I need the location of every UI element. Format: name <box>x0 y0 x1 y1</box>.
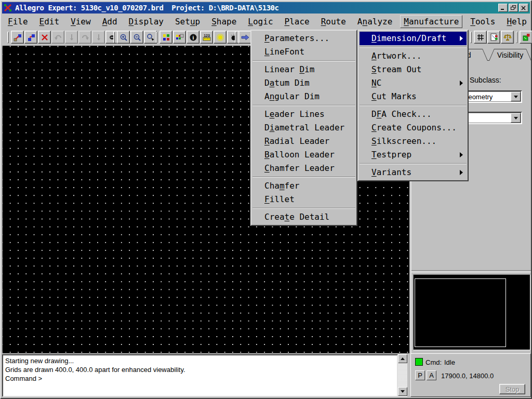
mnemonic-underline: n <box>363 17 368 26</box>
blue-arrow-icon <box>241 33 250 42</box>
toolbar-group <box>235 31 252 44</box>
menu-route[interactable]: Route <box>317 15 350 28</box>
mnemonic-underline: m <box>280 181 285 191</box>
tab-visibility-label: Visibility <box>489 49 531 61</box>
submenu-item-datum-dim[interactable]: Datum Dim <box>252 76 355 90</box>
menu-setup[interactable]: Setup <box>171 15 204 28</box>
submenu-item-diametral-leader[interactable]: Diametral Leader <box>252 121 355 135</box>
toolbar-gripper[interactable] <box>7 32 9 43</box>
scroll-down-button[interactable] <box>398 387 407 396</box>
menu-item-silkscreen[interactable]: Silkscreen... <box>360 135 467 148</box>
color-priority-button[interactable] <box>173 31 186 44</box>
submenu-item-chamfer-leader[interactable]: Chamfer Leader <box>252 162 355 175</box>
submenu-item-create-detail[interactable]: Create Detail <box>252 210 355 224</box>
pick-button[interactable]: P <box>415 370 425 380</box>
submenu-item-parameters[interactable]: Parameters... <box>252 32 355 45</box>
artwork-check-button[interactable] <box>487 31 500 44</box>
zoom-out-button[interactable] <box>130 31 143 44</box>
menu-analyze[interactable]: Analyze <box>354 15 396 28</box>
toolbar-gripper[interactable] <box>113 32 115 43</box>
menu-file[interactable]: File <box>4 15 32 28</box>
color-layers-icon <box>176 33 184 42</box>
absolute-button[interactable]: A <box>427 370 436 380</box>
place-replace-button[interactable] <box>11 31 24 44</box>
mnemonic-underline: C <box>371 123 377 132</box>
menu-logic[interactable]: Logic <box>244 15 276 28</box>
submenu-item-angular-dim[interactable]: Angular Dim <box>252 90 355 103</box>
titlebar[interactable]: Allegro Expert: 5130c_v10_070207.brd Pro… <box>2 2 530 14</box>
menu-separator <box>252 208 355 209</box>
mnemonic-underline: E <box>39 17 45 26</box>
mnemonic-underline: P <box>264 33 270 43</box>
element-info-button[interactable]: i <box>187 31 200 44</box>
menu-separator <box>252 105 355 106</box>
menu-edit[interactable]: Edit <box>36 15 63 28</box>
minimize-button[interactable] <box>498 4 508 12</box>
measure-button[interactable]: 123 <box>200 31 213 44</box>
mnemonic-underline: S <box>371 64 377 74</box>
command-console[interactable]: Starting new drawing... Grids are drawn … <box>2 354 398 397</box>
menu-item-stream-out[interactable]: Stream Out <box>360 63 467 76</box>
console-line: Starting new drawing... <box>5 356 395 365</box>
delete-button[interactable] <box>38 31 51 44</box>
mnemonic-underline: M <box>404 17 409 26</box>
world-view[interactable] <box>413 274 530 350</box>
shadow-mode-button[interactable] <box>214 31 227 44</box>
status-panel: Cmd: Idle P A 17900.0, 14800.0 Stop <box>410 353 531 397</box>
mnemonic-underline: a <box>270 78 275 88</box>
mnemonic-underline: t <box>285 212 290 222</box>
menu-item-nc[interactable]: NC <box>360 76 467 90</box>
submenu-item-balloon-leader[interactable]: Balloon Leader <box>252 148 355 162</box>
place-swap-button[interactable] <box>24 31 37 44</box>
menu-item-testprep[interactable]: Testprep <box>360 148 467 162</box>
color-palette-icon <box>162 33 170 42</box>
mnemonic-underline: R <box>321 17 326 26</box>
toolbar-gripper[interactable] <box>235 32 236 43</box>
menu-display[interactable]: Display <box>125 15 167 28</box>
menu-tools[interactable]: Tools <box>467 15 499 28</box>
submenu-item-radial-leader[interactable]: Radial Leader <box>252 135 355 148</box>
toolbar-gripper[interactable] <box>516 32 517 43</box>
submenu-item-fillet[interactable]: Fillet <box>252 193 355 206</box>
mnemonic-underline: T <box>371 150 377 159</box>
cmd-label: Cmd: <box>425 358 442 366</box>
swap-layers-button[interactable] <box>238 31 251 44</box>
menu-item-variants[interactable]: Variants <box>360 166 467 179</box>
toolbar-gripper[interactable] <box>156 32 157 43</box>
subclass-dropdown-button[interactable] <box>511 92 521 101</box>
undo-button <box>51 31 64 44</box>
cursor-coordinates: 17900.0, 14800.0 <box>441 372 494 380</box>
menu-help[interactable]: Help <box>503 15 530 28</box>
menu-place[interactable]: Place <box>281 15 313 28</box>
submenu-item-leader-lines[interactable]: Leader Lines <box>252 108 355 121</box>
console-scrollbar[interactable] <box>398 354 407 397</box>
panel-divider <box>411 270 531 272</box>
menu-shape[interactable]: Shape <box>208 15 240 28</box>
submenu-item-linefont[interactable]: LineFont <box>252 45 355 59</box>
secondary-dropdown-button[interactable] <box>511 113 521 123</box>
tab-visibility[interactable]: Visibility <box>489 49 531 61</box>
menu-item-dfa-check[interactable]: DFA Check... <box>360 108 467 121</box>
zoom-fit-button[interactable] <box>144 31 157 44</box>
zoom-in-button[interactable] <box>117 31 130 44</box>
menu-item-artwork[interactable]: Artwork... <box>360 49 467 63</box>
menu-item-cut-marks[interactable]: Cut Marks <box>360 90 467 103</box>
menu-item-dimension-draft[interactable]: Dimension/Draft <box>360 32 467 45</box>
close-button[interactable] <box>519 4 528 12</box>
toolbar-gripper[interactable] <box>470 32 472 43</box>
color-dialog-button[interactable] <box>159 31 172 44</box>
submenu-item-chamfer[interactable]: Chamfer <box>252 179 355 193</box>
grid-toggle-button[interactable] <box>474 31 487 44</box>
menu-add[interactable]: Add <box>99 15 121 28</box>
submenu-item-linear-dim[interactable]: Linear Dim <box>252 63 355 76</box>
scroll-up-button[interactable] <box>398 354 407 363</box>
restore-button[interactable] <box>509 4 518 12</box>
stop-button[interactable]: Stop <box>499 384 525 394</box>
module-button[interactable] <box>520 31 532 44</box>
menu-manufacture[interactable]: Manufacture <box>400 15 462 28</box>
undo-step-icon <box>68 33 76 42</box>
menu-item-create-coupons[interactable]: Create Coupons... <box>360 121 467 135</box>
arrow-down-icon <box>401 390 405 393</box>
menu-view[interactable]: View <box>67 15 95 28</box>
constraints-button[interactable] <box>501 31 514 44</box>
